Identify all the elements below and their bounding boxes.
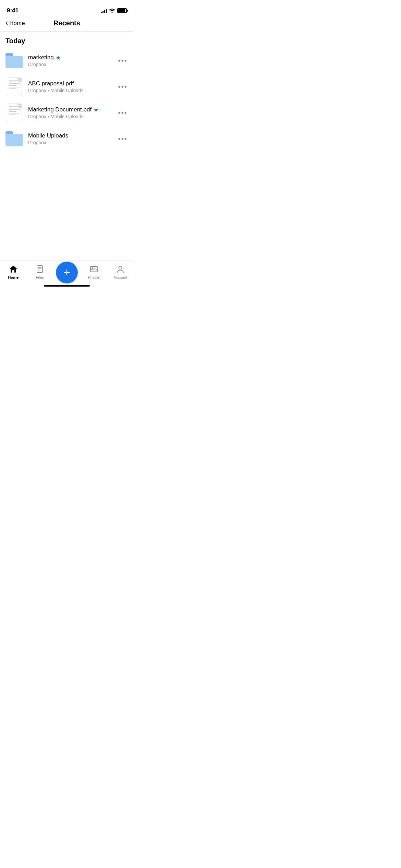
pdf-icon bbox=[7, 104, 22, 122]
svg-point-3 bbox=[119, 266, 122, 269]
tab-add[interactable]: + bbox=[53, 264, 81, 284]
file-info: marketing ★ Dropbox bbox=[28, 54, 112, 67]
signal-bars-icon bbox=[101, 8, 107, 13]
list-item[interactable]: ABC praposal.pdf Dropbox › Mobile Upload… bbox=[0, 74, 134, 100]
wifi-icon bbox=[109, 8, 115, 13]
home-icon bbox=[9, 264, 18, 274]
file-name: marketing ★ bbox=[28, 54, 112, 61]
file-name-text: marketing bbox=[28, 54, 54, 61]
file-name: Mobile Uploads bbox=[28, 132, 112, 139]
add-plus-icon: + bbox=[63, 266, 70, 278]
more-button[interactable]: ••• bbox=[117, 81, 128, 92]
tab-home-label: Home bbox=[8, 275, 19, 279]
file-info: Marketing Document.pdf ★ Dropbox › Mobil… bbox=[28, 106, 112, 119]
more-dots-icon: ••• bbox=[118, 109, 127, 117]
pdf-icon bbox=[7, 77, 22, 96]
tab-files[interactable]: Files bbox=[27, 264, 53, 279]
file-name: Marketing Document.pdf ★ bbox=[28, 106, 112, 113]
page-title: Recents bbox=[53, 19, 80, 27]
more-button[interactable]: ••• bbox=[117, 55, 128, 66]
file-path: Dropbox › Mobile Uploads bbox=[28, 114, 112, 119]
status-icons bbox=[101, 8, 127, 13]
file-info: Mobile Uploads Dropbox bbox=[28, 132, 112, 145]
more-dots-icon: ••• bbox=[118, 83, 127, 91]
tab-photos-label: Photos bbox=[88, 275, 100, 279]
file-name-text: ABC praposal.pdf bbox=[28, 80, 74, 87]
file-path: Dropbox bbox=[28, 62, 112, 67]
tab-account[interactable]: Account bbox=[107, 264, 134, 279]
file-path: Dropbox › Mobile Uploads bbox=[28, 88, 112, 93]
file-path: Dropbox bbox=[28, 140, 112, 145]
pdf-icon-wrapper bbox=[5, 104, 23, 122]
status-bar: 9:41 bbox=[0, 0, 134, 16]
back-chevron-icon: ‹ bbox=[5, 19, 8, 27]
status-time: 9:41 bbox=[7, 7, 19, 14]
photos-icon bbox=[89, 264, 99, 274]
more-button[interactable]: ••• bbox=[117, 133, 128, 144]
more-dots-icon: ••• bbox=[118, 57, 127, 65]
tab-files-label: Files bbox=[36, 275, 44, 279]
star-icon: ★ bbox=[56, 55, 61, 61]
section-header-today: Today bbox=[0, 32, 134, 48]
nav-header: ‹ Home Recents bbox=[0, 16, 134, 31]
folder-icon bbox=[5, 53, 23, 68]
battery-icon bbox=[117, 8, 127, 13]
back-button[interactable]: ‹ Home bbox=[5, 20, 25, 27]
content-area: Today marketing ★ Dropbox ••• bbox=[0, 32, 134, 258]
list-item[interactable]: Marketing Document.pdf ★ Dropbox › Mobil… bbox=[0, 100, 134, 126]
tab-account-label: Account bbox=[113, 275, 127, 279]
more-dots-icon: ••• bbox=[118, 135, 127, 143]
account-icon bbox=[116, 264, 125, 274]
tab-home[interactable]: Home bbox=[0, 264, 27, 279]
folder-icon-wrapper bbox=[5, 52, 23, 70]
home-indicator bbox=[44, 285, 90, 287]
add-button[interactable]: + bbox=[56, 262, 78, 284]
tab-photos[interactable]: Photos bbox=[81, 264, 107, 279]
list-item[interactable]: Mobile Uploads Dropbox ••• bbox=[0, 126, 134, 152]
svg-rect-0 bbox=[37, 266, 42, 273]
more-button[interactable]: ••• bbox=[117, 107, 128, 118]
files-icon bbox=[35, 264, 45, 274]
folder-icon-wrapper bbox=[5, 130, 23, 148]
file-name-text: Marketing Document.pdf bbox=[28, 106, 92, 113]
file-name: ABC praposal.pdf bbox=[28, 80, 112, 87]
star-icon: ★ bbox=[94, 107, 98, 113]
back-label: Home bbox=[9, 20, 25, 27]
list-item[interactable]: marketing ★ Dropbox ••• bbox=[0, 48, 134, 74]
file-name-text: Mobile Uploads bbox=[28, 132, 68, 139]
file-info: ABC praposal.pdf Dropbox › Mobile Upload… bbox=[28, 80, 112, 93]
folder-icon bbox=[5, 131, 23, 146]
pdf-icon-wrapper bbox=[5, 78, 23, 96]
